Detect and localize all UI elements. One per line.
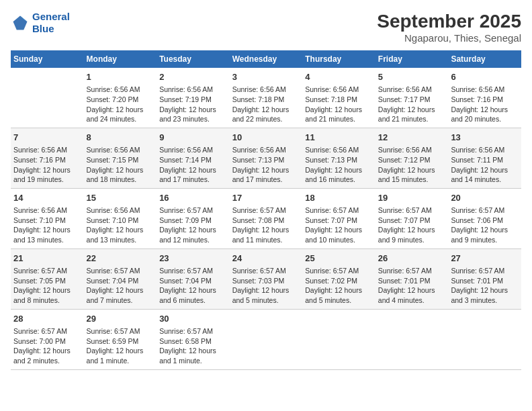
day-info: Sunrise: 6:56 AM Sunset: 7:10 PM Dayligh…: [87, 205, 154, 245]
calendar-day-cell: 1Sunrise: 6:56 AM Sunset: 7:20 PM Daylig…: [84, 68, 157, 128]
calendar-week-row: 14Sunrise: 6:56 AM Sunset: 7:10 PM Dayli…: [11, 188, 521, 248]
day-number: 21: [13, 253, 81, 265]
day-number: 27: [451, 253, 519, 265]
day-number: 2: [159, 71, 227, 83]
day-number: 17: [232, 192, 300, 204]
day-number: 8: [87, 132, 154, 144]
day-info: Sunrise: 6:56 AM Sunset: 7:20 PM Dayligh…: [87, 85, 154, 124]
calendar-day-cell: 4Sunrise: 6:56 AM Sunset: 7:18 PM Daylig…: [302, 68, 375, 128]
calendar-day-cell: 25Sunrise: 6:57 AM Sunset: 7:02 PM Dayli…: [302, 248, 375, 309]
day-number: 22: [87, 253, 154, 265]
day-info: Sunrise: 6:56 AM Sunset: 7:13 PM Dayligh…: [305, 145, 373, 185]
calendar-day-cell: 15Sunrise: 6:56 AM Sunset: 7:10 PM Dayli…: [84, 188, 157, 248]
calendar-day-cell: 14Sunrise: 6:56 AM Sunset: 7:10 PM Dayli…: [11, 188, 84, 248]
day-info: Sunrise: 6:56 AM Sunset: 7:18 PM Dayligh…: [305, 85, 373, 124]
day-info: Sunrise: 6:57 AM Sunset: 7:08 PM Dayligh…: [232, 205, 300, 245]
calendar-day-cell: 29Sunrise: 6:57 AM Sunset: 6:59 PM Dayli…: [84, 309, 157, 369]
calendar-day-cell: [302, 309, 375, 369]
day-info: Sunrise: 6:56 AM Sunset: 7:12 PM Dayligh…: [378, 145, 446, 185]
day-number: 4: [305, 71, 373, 83]
calendar-day-cell: 18Sunrise: 6:57 AM Sunset: 7:07 PM Dayli…: [302, 188, 375, 248]
weekday-header-cell: Tuesday: [157, 50, 230, 68]
day-info: Sunrise: 6:56 AM Sunset: 7:16 PM Dayligh…: [13, 145, 81, 185]
day-info: Sunrise: 6:57 AM Sunset: 7:01 PM Dayligh…: [378, 266, 446, 306]
calendar-day-cell: 27Sunrise: 6:57 AM Sunset: 7:01 PM Dayli…: [448, 248, 521, 309]
day-info: Sunrise: 6:57 AM Sunset: 6:59 PM Dayligh…: [87, 326, 154, 366]
day-number: 30: [159, 313, 227, 325]
day-info: Sunrise: 6:57 AM Sunset: 7:00 PM Dayligh…: [13, 326, 81, 366]
calendar-table: SundayMondayTuesdayWednesdayThursdayFrid…: [11, 50, 521, 370]
day-info: Sunrise: 6:57 AM Sunset: 6:58 PM Dayligh…: [159, 326, 227, 366]
day-number: 14: [13, 192, 81, 204]
calendar-day-cell: 6Sunrise: 6:56 AM Sunset: 7:16 PM Daylig…: [448, 68, 521, 128]
day-number: 7: [13, 132, 81, 144]
day-number: 6: [451, 71, 519, 83]
calendar-day-cell: 3Sunrise: 6:56 AM Sunset: 7:18 PM Daylig…: [230, 68, 303, 128]
calendar-day-cell: [230, 309, 303, 369]
calendar-day-cell: [448, 309, 521, 369]
logo-icon: [11, 13, 30, 32]
day-number: 13: [451, 132, 519, 144]
day-number: 20: [451, 192, 519, 204]
weekday-header-cell: Monday: [84, 50, 157, 68]
calendar-subtitle: Ngaparou, Thies, Senegal: [377, 32, 521, 44]
calendar-day-cell: 13Sunrise: 6:56 AM Sunset: 7:11 PM Dayli…: [448, 128, 521, 188]
weekday-header-cell: Wednesday: [230, 50, 303, 68]
calendar-day-cell: 16Sunrise: 6:57 AM Sunset: 7:09 PM Dayli…: [157, 188, 230, 248]
day-number: 29: [87, 313, 154, 325]
logo-text: General Blue: [32, 11, 70, 35]
calendar-week-row: 7Sunrise: 6:56 AM Sunset: 7:16 PM Daylig…: [11, 128, 521, 188]
calendar-day-cell: 24Sunrise: 6:57 AM Sunset: 7:03 PM Dayli…: [230, 248, 303, 309]
day-info: Sunrise: 6:57 AM Sunset: 7:05 PM Dayligh…: [13, 266, 81, 306]
calendar-day-cell: 10Sunrise: 6:56 AM Sunset: 7:13 PM Dayli…: [230, 128, 303, 188]
calendar-week-row: 1Sunrise: 6:56 AM Sunset: 7:20 PM Daylig…: [11, 68, 521, 128]
calendar-day-cell: 23Sunrise: 6:57 AM Sunset: 7:04 PM Dayli…: [157, 248, 230, 309]
weekday-header-cell: Friday: [375, 50, 449, 68]
day-number: 26: [378, 253, 446, 265]
calendar-day-cell: 20Sunrise: 6:57 AM Sunset: 7:06 PM Dayli…: [448, 188, 521, 248]
calendar-title: September 2025: [377, 11, 521, 32]
calendar-day-cell: 21Sunrise: 6:57 AM Sunset: 7:05 PM Dayli…: [11, 248, 84, 309]
day-number: 9: [159, 132, 227, 144]
day-number: 3: [232, 71, 300, 83]
day-number: 1: [87, 71, 154, 83]
day-number: 24: [232, 253, 300, 265]
day-info: Sunrise: 6:57 AM Sunset: 7:06 PM Dayligh…: [451, 205, 519, 245]
day-number: 16: [159, 192, 227, 204]
title-block: September 2025 Ngaparou, Thies, Senegal: [377, 11, 521, 44]
day-number: 11: [305, 132, 373, 144]
calendar-day-cell: [375, 309, 449, 369]
calendar-day-cell: 17Sunrise: 6:57 AM Sunset: 7:08 PM Dayli…: [230, 188, 303, 248]
day-number: 23: [159, 253, 227, 265]
day-number: 28: [13, 313, 81, 325]
day-number: 25: [305, 253, 373, 265]
calendar-day-cell: 11Sunrise: 6:56 AM Sunset: 7:13 PM Dayli…: [302, 128, 375, 188]
weekday-header-row: SundayMondayTuesdayWednesdayThursdayFrid…: [11, 50, 521, 68]
calendar-day-cell: 5Sunrise: 6:56 AM Sunset: 7:17 PM Daylig…: [375, 68, 449, 128]
calendar-day-cell: 22Sunrise: 6:57 AM Sunset: 7:04 PM Dayli…: [84, 248, 157, 309]
day-number: 18: [305, 192, 373, 204]
day-number: 19: [378, 192, 446, 204]
calendar-day-cell: 2Sunrise: 6:56 AM Sunset: 7:19 PM Daylig…: [157, 68, 230, 128]
day-info: Sunrise: 6:56 AM Sunset: 7:19 PM Dayligh…: [159, 85, 227, 124]
day-info: Sunrise: 6:57 AM Sunset: 7:03 PM Dayligh…: [232, 266, 300, 306]
day-info: Sunrise: 6:56 AM Sunset: 7:10 PM Dayligh…: [13, 205, 81, 245]
day-info: Sunrise: 6:57 AM Sunset: 7:09 PM Dayligh…: [159, 205, 227, 245]
calendar-day-cell: 28Sunrise: 6:57 AM Sunset: 7:00 PM Dayli…: [11, 309, 84, 369]
day-info: Sunrise: 6:56 AM Sunset: 7:17 PM Dayligh…: [378, 85, 446, 124]
calendar-week-row: 21Sunrise: 6:57 AM Sunset: 7:05 PM Dayli…: [11, 248, 521, 309]
day-info: Sunrise: 6:56 AM Sunset: 7:15 PM Dayligh…: [87, 145, 154, 185]
calendar-week-row: 28Sunrise: 6:57 AM Sunset: 7:00 PM Dayli…: [11, 309, 521, 369]
svg-marker-0: [13, 16, 28, 30]
day-info: Sunrise: 6:56 AM Sunset: 7:13 PM Dayligh…: [232, 145, 300, 185]
calendar-day-cell: 12Sunrise: 6:56 AM Sunset: 7:12 PM Dayli…: [375, 128, 449, 188]
calendar-day-cell: 7Sunrise: 6:56 AM Sunset: 7:16 PM Daylig…: [11, 128, 84, 188]
page-header: General Blue September 2025 Ngaparou, Th…: [11, 11, 521, 44]
calendar-day-cell: 30Sunrise: 6:57 AM Sunset: 6:58 PM Dayli…: [157, 309, 230, 369]
weekday-header-cell: Thursday: [302, 50, 375, 68]
day-info: Sunrise: 6:56 AM Sunset: 7:18 PM Dayligh…: [232, 85, 300, 124]
day-info: Sunrise: 6:56 AM Sunset: 7:14 PM Dayligh…: [159, 145, 227, 185]
day-number: 5: [378, 71, 446, 83]
calendar-day-cell: 19Sunrise: 6:57 AM Sunset: 7:07 PM Dayli…: [375, 188, 449, 248]
day-info: Sunrise: 6:57 AM Sunset: 7:04 PM Dayligh…: [159, 266, 227, 306]
